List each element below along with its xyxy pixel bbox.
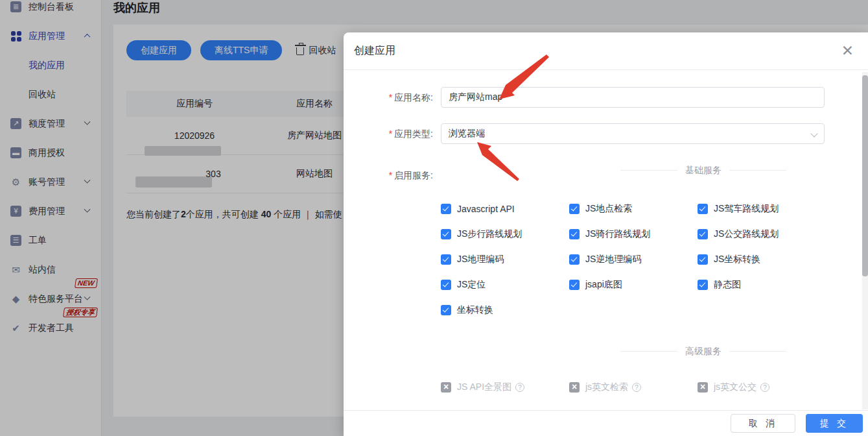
service-label: JS公交路线规划: [714, 228, 779, 240]
screen: ≣ 控制台看板 应用管理 我的应用: [0, 0, 868, 436]
checked-checkbox-icon: [698, 280, 708, 290]
basic-services-grid: Javascript API JS地点检索 JS驾车路线规划 J: [441, 202, 868, 317]
advanced-services-title: 高级服务: [685, 346, 721, 357]
service-label: 坐标转换: [457, 304, 493, 316]
close-icon[interactable]: ✕: [841, 43, 854, 58]
required-asterisk: *: [389, 92, 392, 103]
checked-checkbox-icon: [698, 204, 708, 214]
service-checkbox[interactable]: JS地点检索: [569, 202, 698, 215]
service-checkbox[interactable]: 静态图: [698, 278, 825, 291]
checked-checkbox-icon: [698, 254, 708, 265]
app-name-row: *应用名称:: [344, 87, 868, 108]
service-label: JS坐标转换: [714, 254, 760, 265]
service-checkbox[interactable]: 坐标转换: [441, 304, 569, 317]
modal-footer: 取 消 提 交: [344, 410, 868, 436]
help-question-icon[interactable]: ?: [515, 383, 524, 392]
app-type-label: *应用类型:: [344, 123, 441, 144]
cancel-button[interactable]: 取 消: [731, 414, 795, 433]
service-label: JS地理编码: [457, 254, 504, 265]
app-name-input[interactable]: [441, 87, 825, 108]
service-label: 静态图: [714, 279, 741, 291]
service-label: JS骑行路线规划: [585, 228, 650, 240]
service-label: JS驾车路线规划: [714, 203, 779, 215]
service-checkbox[interactable]: JS骑行路线规划: [569, 228, 698, 241]
service-label: JS逆地理编码: [585, 254, 641, 265]
service-checkbox[interactable]: jsapi底图: [569, 278, 698, 291]
basic-services-divider: 基础服务: [613, 165, 794, 176]
modal-title: 创建应用: [354, 44, 395, 58]
checked-checkbox-icon: [441, 280, 451, 290]
unchecked-x-checkbox-icon: [569, 382, 580, 393]
service-label: JS步行路线规划: [457, 228, 522, 240]
app-name-label: *应用名称:: [344, 87, 441, 108]
service-label: JS地点检索: [585, 203, 632, 215]
service-label: js英文检索: [585, 382, 628, 393]
required-asterisk: *: [389, 170, 392, 180]
app-type-row: *应用类型: 浏览器端: [344, 123, 868, 144]
service-checkbox-disabled[interactable]: js英文检索 ?: [569, 381, 698, 394]
app-type-selected-value: 浏览器端: [449, 128, 485, 139]
checked-checkbox-icon: [569, 229, 580, 239]
service-checkbox[interactable]: Javascript API: [441, 202, 569, 215]
checked-checkbox-icon: [441, 229, 451, 239]
service-checkbox[interactable]: JS步行路线规划: [441, 228, 569, 241]
create-app-modal: 创建应用 ✕ *应用名称: *应用类型: 浏览器端 *启用服务:: [344, 32, 868, 436]
app-type-select[interactable]: 浏览器端: [441, 123, 825, 144]
service-checkbox[interactable]: JS定位: [441, 278, 569, 291]
submit-button[interactable]: 提 交: [806, 414, 863, 433]
unchecked-x-checkbox-icon: [441, 382, 451, 393]
modal-scrollbar[interactable]: [862, 72, 868, 409]
help-question-icon[interactable]: ?: [632, 383, 641, 392]
service-label: jsapi底图: [585, 279, 622, 291]
scrollbar-thumb[interactable]: [862, 75, 868, 276]
checked-checkbox-icon: [441, 305, 451, 315]
checked-checkbox-icon: [441, 254, 451, 265]
service-label: js英文公交: [714, 382, 757, 393]
basic-services-title: 基础服务: [685, 165, 721, 176]
modal-header: 创建应用 ✕: [344, 32, 868, 70]
unchecked-x-checkbox-icon: [698, 382, 708, 393]
modal-body: *应用名称: *应用类型: 浏览器端 *启用服务: 基础服务: [344, 70, 868, 410]
service-checkbox[interactable]: JS逆地理编码: [569, 253, 698, 266]
service-checkbox[interactable]: JS地理编码: [441, 253, 569, 266]
checked-checkbox-icon: [569, 254, 580, 265]
checked-checkbox-icon: [569, 204, 580, 214]
service-label: JS定位: [457, 279, 486, 291]
service-checkbox[interactable]: JS驾车路线规划: [698, 202, 825, 215]
checked-checkbox-icon: [441, 204, 451, 214]
services-label: *启用服务:: [344, 165, 441, 186]
advanced-services-divider: 高级服务: [613, 346, 794, 357]
service-label: Javascript API: [457, 204, 515, 214]
service-label: JS API全景图: [457, 382, 511, 393]
advanced-services-grid: JS API全景图 ? js英文检索 ? js英文公交 ?: [441, 381, 868, 410]
service-checkbox[interactable]: JS公交路线规划: [698, 228, 825, 241]
checked-checkbox-icon: [569, 280, 580, 290]
service-checkbox[interactable]: JS坐标转换: [698, 253, 825, 266]
required-asterisk: *: [389, 128, 392, 139]
checked-checkbox-icon: [698, 229, 708, 239]
service-checkbox-disabled[interactable]: JS API全景图 ?: [441, 381, 569, 394]
help-question-icon[interactable]: ?: [760, 383, 769, 392]
service-checkbox-disabled[interactable]: js英文公交 ?: [698, 381, 825, 394]
services-row: *启用服务: 基础服务: [344, 160, 868, 186]
